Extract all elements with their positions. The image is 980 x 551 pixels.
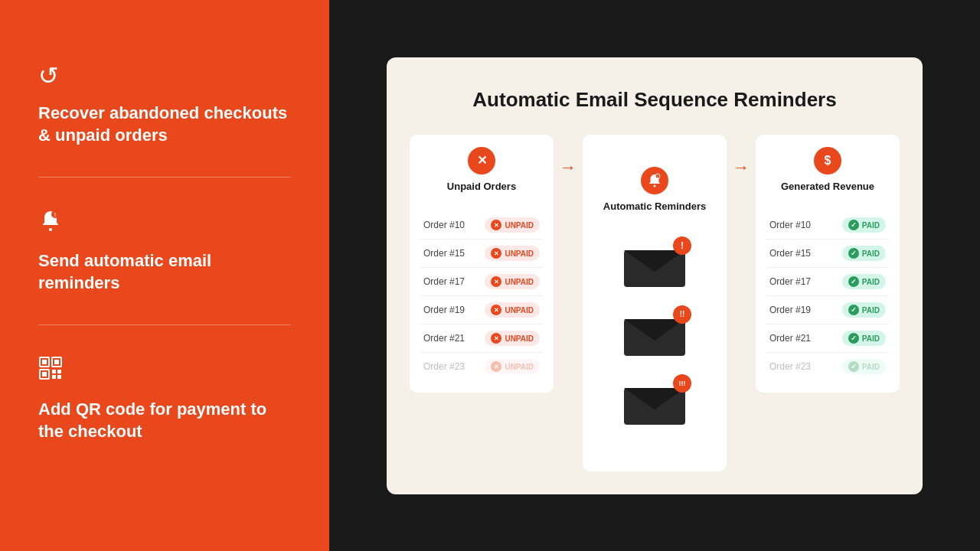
paid-badge: PAID <box>842 359 886 374</box>
paid-badge: PAID <box>842 274 886 289</box>
main-title: Automatic Email Sequence Reminders <box>410 88 900 112</box>
unpaid-badge: UNPAID <box>485 359 540 374</box>
order-label: Order #19 <box>423 305 465 315</box>
svg-rect-6 <box>54 360 59 364</box>
order-label: Order #21 <box>769 333 811 344</box>
order-row-faded: Order #23 PAID <box>766 353 889 380</box>
order-row: Order #21 UNPAID <box>420 324 543 353</box>
arrow-1: → <box>554 158 583 178</box>
right-panel: Automatic Email Sequence Reminders ✕ Unp… <box>329 0 980 551</box>
order-row: Order #10 PAID <box>766 211 889 240</box>
unpaid-badge: UNPAID <box>485 274 540 289</box>
email-badge-2: !! <box>673 305 691 324</box>
order-label: Order #10 <box>423 220 465 230</box>
svg-rect-4 <box>42 360 47 364</box>
bell-icon: ! <box>38 208 291 238</box>
order-label: Order #23 <box>423 361 465 372</box>
columns-row: ✕ Unpaid Orders Order #10 UNPAID Order #… <box>410 135 900 471</box>
generated-revenue-column: $ Generated Revenue Order #10 PAID Order… <box>756 135 900 393</box>
feature-recover: ↺ Recover abandoned checkouts & unpaid o… <box>38 31 291 178</box>
email-illustration-1: ! <box>624 243 685 290</box>
automatic-reminders-column: ! Automatic Reminders ! <box>583 135 727 471</box>
paid-badge: PAID <box>842 246 886 261</box>
order-row-faded: Order #23 UNPAID <box>420 353 543 380</box>
order-row: Order #21 PAID <box>766 324 889 353</box>
feature-recover-text: Recover abandoned checkouts & unpaid ord… <box>38 103 291 146</box>
order-row: Order #15 PAID <box>766 240 889 268</box>
reminders-icon-circle: ! <box>641 167 668 194</box>
content-card: Automatic Email Sequence Reminders ✕ Unp… <box>387 57 923 494</box>
revenue-header: $ Generated Revenue <box>766 147 889 200</box>
order-row: Order #17 PAID <box>766 268 889 296</box>
order-label: Order #17 <box>769 276 811 287</box>
recover-icon: ↺ <box>38 61 291 90</box>
left-panel: ↺ Recover abandoned checkouts & unpaid o… <box>0 0 329 551</box>
email-badge-1: ! <box>673 236 691 255</box>
feature-qr-text: Add QR code for payment to the checkout <box>38 399 291 442</box>
svg-point-0 <box>49 228 52 231</box>
paid-badge: PAID <box>842 331 886 346</box>
feature-qr: Add QR code for payment to the checkout <box>38 325 291 473</box>
reminders-header: ! Automatic Reminders <box>603 167 706 220</box>
unpaid-orders-column: ✕ Unpaid Orders Order #10 UNPAID Order #… <box>410 135 554 393</box>
paid-badge: PAID <box>842 302 886 318</box>
order-row: Order #19 UNPAID <box>420 296 543 324</box>
order-label: Order #10 <box>769 220 811 230</box>
feature-email-text: Send automatic email reminders <box>38 250 291 294</box>
arrow-2: → <box>727 158 756 178</box>
paid-badge: PAID <box>842 217 886 233</box>
revenue-icon-circle: $ <box>814 147 841 174</box>
unpaid-icon-circle: ✕ <box>468 147 495 174</box>
svg-rect-11 <box>52 375 56 379</box>
order-label: Order #23 <box>769 361 811 372</box>
email-illustration-2: !! <box>624 311 685 359</box>
svg-rect-12 <box>57 375 61 379</box>
order-row: Order #17 UNPAID <box>420 268 543 296</box>
email-badge-3: !!! <box>673 374 691 393</box>
svg-rect-8 <box>42 372 47 377</box>
svg-text:!: ! <box>54 212 56 217</box>
unpaid-badge: UNPAID <box>485 302 540 318</box>
email-illustration-3: !!! <box>624 380 685 428</box>
order-row: Order #15 UNPAID <box>420 240 543 268</box>
order-label: Order #15 <box>423 248 465 259</box>
qr-icon <box>38 356 291 386</box>
order-row: Order #10 UNPAID <box>420 211 543 240</box>
unpaid-orders-title: Unpaid Orders <box>447 181 516 194</box>
svg-point-13 <box>654 185 656 187</box>
revenue-title: Generated Revenue <box>781 181 874 194</box>
unpaid-badge: UNPAID <box>485 246 540 261</box>
unpaid-badge: UNPAID <box>485 217 540 233</box>
svg-rect-9 <box>52 370 56 373</box>
unpaid-badge: UNPAID <box>485 331 540 346</box>
reminders-title: Automatic Reminders <box>603 201 706 214</box>
order-row: Order #19 PAID <box>766 296 889 324</box>
order-label: Order #19 <box>769 305 811 315</box>
svg-rect-10 <box>57 370 61 373</box>
svg-text:!: ! <box>657 174 658 178</box>
order-label: Order #15 <box>769 248 811 259</box>
order-label: Order #17 <box>423 276 465 287</box>
feature-email: ! Send automatic email reminders <box>38 178 291 325</box>
unpaid-orders-header: ✕ Unpaid Orders <box>420 147 543 200</box>
order-label: Order #21 <box>423 333 465 344</box>
